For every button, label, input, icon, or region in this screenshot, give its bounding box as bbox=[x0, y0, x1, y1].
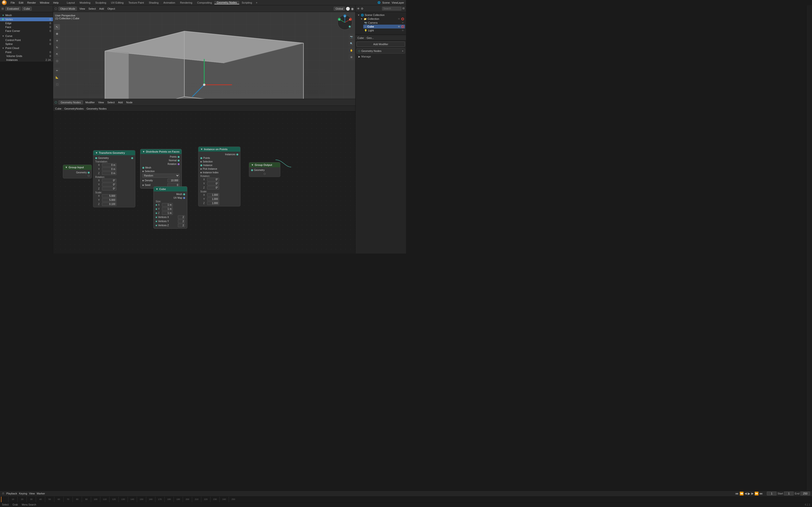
inst-rx[interactable] bbox=[207, 178, 219, 181]
add-modifier-button[interactable]: Add Modifier bbox=[356, 42, 405, 47]
cube-sy[interactable] bbox=[162, 207, 173, 211]
inst-sx[interactable] bbox=[207, 193, 219, 197]
rz-input[interactable] bbox=[102, 187, 116, 190]
collection-item[interactable]: ▼ 📁 Collection 👁 ⭕ bbox=[359, 17, 405, 21]
ws-compositing[interactable]: Compositing bbox=[195, 1, 214, 4]
filter-icon[interactable]: ⊟ bbox=[402, 7, 405, 10]
scene-name[interactable]: Scene bbox=[382, 1, 390, 4]
cube-sx[interactable] bbox=[162, 203, 173, 207]
be-cube[interactable]: Cube bbox=[55, 107, 61, 110]
node-modifier-btn[interactable]: Modifier bbox=[84, 101, 96, 104]
menu-window[interactable]: Window bbox=[38, 1, 51, 4]
move-tool[interactable]: ✛ bbox=[54, 38, 60, 44]
distribute-mode-dropdown[interactable]: Random Poisson Disk bbox=[142, 174, 180, 178]
distribute-points-node[interactable]: ▼ Distribute Points on Faces Points Norm… bbox=[140, 149, 182, 188]
instance-on-points-node[interactable]: ▼ Instance on Points Instances Points bbox=[198, 147, 241, 207]
menu-help[interactable]: Help bbox=[51, 1, 61, 4]
ws-geometry-nodes[interactable]: Geometry Nodes bbox=[214, 1, 239, 4]
object-btn[interactable]: Object bbox=[106, 7, 116, 10]
rotate-tool[interactable]: ↻ bbox=[54, 44, 60, 50]
edge-item[interactable]: Edge 0 bbox=[0, 21, 53, 25]
evaluated-dropdown[interactable]: Evaluated bbox=[5, 7, 20, 11]
node-node-btn[interactable]: Node bbox=[125, 101, 134, 104]
ws-modeling[interactable]: Modeling bbox=[77, 1, 93, 4]
menu-render[interactable]: Render bbox=[26, 1, 38, 4]
be-geometry-nodes[interactable]: Geometry Nodes bbox=[87, 107, 107, 110]
camera-view-btn[interactable]: 📷 bbox=[349, 34, 354, 40]
view-btn[interactable]: View bbox=[78, 7, 86, 10]
outliner-icon[interactable]: 👁 bbox=[357, 7, 360, 10]
global-dropdown[interactable]: Global bbox=[334, 7, 345, 11]
add-cube-tool[interactable]: ⬚ bbox=[54, 81, 60, 87]
tx-input[interactable] bbox=[102, 163, 116, 167]
ws-scripting[interactable]: Scripting bbox=[239, 1, 254, 4]
measure-tool[interactable]: 📐 bbox=[54, 74, 60, 80]
point-item[interactable]: Point 0 bbox=[0, 50, 53, 54]
transform-tool[interactable]: ⬡ bbox=[54, 58, 60, 64]
cube-collection-item[interactable]: ⬡ Cube 👁 ⭕ bbox=[363, 24, 405, 29]
ws-animation[interactable]: Animation bbox=[161, 1, 177, 4]
spline-item[interactable]: Spline 0 bbox=[0, 42, 53, 46]
group-output-node[interactable]: ▼ Group Output Geometry bbox=[249, 162, 280, 177]
viewport-overlay-icon[interactable]: ⚪ bbox=[346, 7, 350, 11]
face-corner-item[interactable]: Face Corner 0 bbox=[0, 29, 53, 33]
ws-shading[interactable]: Shading bbox=[146, 1, 161, 4]
ty-input[interactable] bbox=[102, 167, 116, 171]
inst-ry[interactable] bbox=[207, 182, 219, 185]
inst-rz[interactable] bbox=[207, 186, 219, 189]
viewport-area[interactable]: User Perspective (1) Collection | Cube X… bbox=[53, 12, 355, 99]
instances-item[interactable]: Instances 2.1K bbox=[0, 58, 53, 62]
face-item[interactable]: Face 0 bbox=[0, 25, 53, 29]
node-editor-canvas[interactable]: ▼ Group Input Geometry ▼ Trans bbox=[53, 112, 355, 253]
manage-section[interactable]: ▶ Manage bbox=[356, 54, 405, 59]
annotate-tool[interactable]: ✏ bbox=[54, 68, 60, 73]
vertex-item[interactable]: Vertex 0 bbox=[0, 17, 53, 21]
node-select-btn[interactable]: Select bbox=[106, 101, 116, 104]
cube-vz[interactable] bbox=[178, 224, 185, 227]
ws-rendering[interactable]: Rendering bbox=[177, 1, 195, 4]
group-input-node[interactable]: ▼ Group Input Geometry bbox=[63, 165, 92, 178]
viewport-shading-icon[interactable]: ◉ bbox=[351, 7, 354, 11]
cube-sz[interactable] bbox=[162, 211, 173, 215]
cube-vx[interactable] bbox=[178, 215, 185, 219]
ry-input[interactable] bbox=[102, 183, 116, 186]
tz-input[interactable] bbox=[102, 171, 116, 175]
scale-tool[interactable]: ⇱ bbox=[54, 51, 60, 57]
inst-sy[interactable] bbox=[207, 197, 219, 201]
light-item[interactable]: 💡 Light 👁 bbox=[363, 29, 405, 32]
cube-vy[interactable] bbox=[178, 219, 185, 223]
menu-edit[interactable]: Edit bbox=[17, 1, 26, 4]
ws-sculpting[interactable]: Sculpting bbox=[93, 1, 108, 4]
node-view-btn[interactable]: View bbox=[97, 101, 105, 104]
cube-label[interactable]: Cube bbox=[22, 7, 32, 11]
sz-input[interactable] bbox=[102, 202, 116, 206]
control-point-item[interactable]: Control Point 0 bbox=[0, 38, 53, 42]
menu-file[interactable]: File bbox=[9, 1, 17, 4]
density-input[interactable] bbox=[167, 179, 180, 182]
object-mode-dropdown[interactable]: Object Mode bbox=[58, 7, 77, 11]
pan-btn[interactable]: ✋ bbox=[349, 47, 354, 53]
ws-add[interactable]: + bbox=[254, 1, 259, 4]
select-tool[interactable]: ↖ bbox=[54, 24, 60, 30]
ws-layout[interactable]: Layout bbox=[64, 0, 77, 5]
node-add-btn[interactable]: Add bbox=[117, 101, 124, 104]
volume-grids-item[interactable]: Volume Grids 0 bbox=[0, 54, 53, 58]
inst-sz[interactable] bbox=[207, 201, 219, 205]
camera-item[interactable]: 📷 Camera 👁 bbox=[363, 21, 405, 24]
be-geonodes[interactable]: GeometryNodes bbox=[64, 107, 84, 110]
sy-input[interactable] bbox=[102, 198, 116, 202]
search-input[interactable] bbox=[382, 7, 401, 10]
select-btn[interactable]: Select bbox=[88, 7, 97, 10]
ge-nodes-label[interactable]: Geometry Nodes bbox=[58, 101, 83, 104]
geometry-nodes-modifier[interactable]: ⬡ Geometry Nodes × bbox=[356, 48, 405, 54]
grid-btn[interactable]: ⊞ bbox=[349, 54, 354, 60]
transform-geometry-node[interactable]: ▼ Transform Geometry Geometry Translatio… bbox=[93, 150, 135, 207]
view-layer-name[interactable]: ViewLayer bbox=[392, 1, 404, 4]
properties-breadcrumb-cube[interactable]: Cube bbox=[357, 37, 364, 39]
ws-texture-paint[interactable]: Texture Paint bbox=[126, 1, 146, 4]
properties-icon[interactable]: ⚙ bbox=[361, 7, 363, 10]
scene-collection-header[interactable]: ▼ 🌐 Scene Collection bbox=[356, 13, 405, 17]
properties-breadcrumb-geo[interactable]: Geo... bbox=[367, 37, 374, 39]
sx-input[interactable] bbox=[102, 194, 116, 198]
nav-gizmo[interactable]: X Y Z bbox=[337, 14, 353, 31]
